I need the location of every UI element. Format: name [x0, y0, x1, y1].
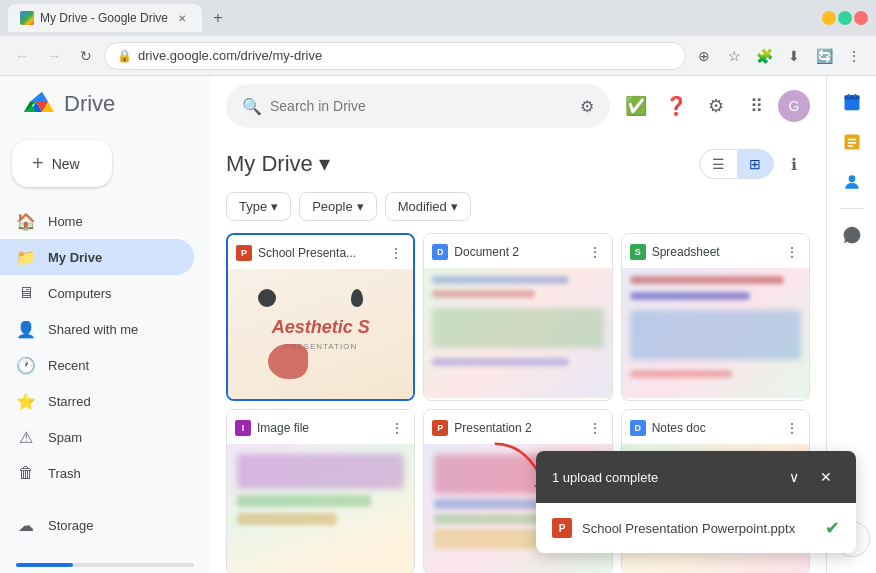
file-menu-1[interactable]: ⋮: [387, 243, 405, 263]
sidebar-label-my-drive: My Drive: [48, 250, 102, 265]
toast-file-icon: P: [552, 518, 572, 538]
info-button[interactable]: ℹ: [778, 148, 810, 180]
grid-view-button[interactable]: ⊞: [737, 150, 773, 178]
new-plus-icon: +: [32, 152, 44, 175]
reload-button[interactable]: ↻: [72, 42, 100, 70]
sidebar-item-my-drive[interactable]: 📁 My Drive: [0, 239, 194, 275]
sidebar-label-computers: Computers: [48, 286, 112, 301]
browser-tab[interactable]: My Drive - Google Drive ✕: [8, 4, 202, 32]
minimize-button[interactable]: [822, 11, 836, 25]
sidebar-label-starred: Starred: [48, 394, 91, 409]
file-thumbnail-3: [622, 268, 809, 398]
topbar-actions: ✅ ❓ ⚙ ⠿ G: [618, 88, 810, 124]
back-button[interactable]: ←: [8, 42, 36, 70]
download-button[interactable]: ⬇: [780, 42, 808, 70]
calendar-panel-button[interactable]: [834, 84, 870, 120]
sidebar-label-shared: Shared with me: [48, 322, 138, 337]
drive-header: My Drive ▾ ☰ ⊞ ℹ: [226, 136, 810, 188]
chat-panel-button[interactable]: [834, 217, 870, 253]
bookmark-button[interactable]: ☆: [720, 42, 748, 70]
sidebar-label-storage: Storage: [48, 518, 94, 533]
drive-title: My Drive ▾: [226, 151, 330, 177]
address-text: drive.google.com/drive/my-drive: [138, 48, 322, 63]
apps-button[interactable]: ⠿: [738, 88, 774, 124]
file-card-2[interactable]: D Document 2 ⋮: [423, 233, 612, 401]
tasks-panel-button[interactable]: [834, 124, 870, 160]
search-tune-icon[interactable]: ⚙: [580, 97, 594, 116]
sidebar-item-trash[interactable]: 🗑 Trash: [0, 455, 194, 491]
file-name-1: School Presenta...: [258, 246, 381, 260]
settings-button[interactable]: ⚙: [698, 88, 734, 124]
sidebar-label-trash: Trash: [48, 466, 81, 481]
file-menu-6[interactable]: ⋮: [783, 418, 801, 438]
ppt-thumbnail: Aesthetic S PRESENTATION: [228, 269, 413, 399]
toast-close-button[interactable]: ✕: [812, 463, 840, 491]
contacts-panel-button[interactable]: [834, 164, 870, 200]
home-icon: 🏠: [16, 212, 36, 231]
address-bar[interactable]: 🔒 drive.google.com/drive/my-drive: [104, 42, 686, 70]
sidebar-item-computers[interactable]: 🖥 Computers: [0, 275, 194, 311]
help-button[interactable]: ❓: [658, 88, 694, 124]
tab-close-button[interactable]: ✕: [174, 10, 190, 26]
sidebar-item-recent[interactable]: 🕐 Recent: [0, 347, 194, 383]
file-menu-4[interactable]: ⋮: [388, 418, 406, 438]
svg-marker-4: [30, 92, 48, 102]
sync-button[interactable]: 🔄: [810, 42, 838, 70]
sidebar-item-storage[interactable]: ☁ Storage: [0, 507, 194, 543]
sidebar-item-home[interactable]: 🏠 Home: [0, 203, 194, 239]
toast-body: P School Presentation Powerpoint.pptx ✔: [536, 503, 856, 553]
people-filter-chip[interactable]: People ▾: [299, 192, 376, 221]
sidebar-item-shared-with-me[interactable]: 👤 Shared with me: [0, 311, 194, 347]
svg-rect-9: [854, 94, 856, 97]
main-topbar: 🔍 ⚙ ✅ ❓ ⚙ ⠿ G: [210, 76, 826, 136]
check-circle-button[interactable]: ✅: [618, 88, 654, 124]
cast-button[interactable]: ⊕: [690, 42, 718, 70]
drive-dropdown-arrow[interactable]: ▾: [319, 151, 330, 177]
blurred-thumbnail-3: [622, 268, 809, 398]
file-menu-5[interactable]: ⋮: [586, 418, 604, 438]
list-view-button[interactable]: ☰: [700, 150, 737, 178]
toast-collapse-button[interactable]: ∨: [780, 463, 808, 491]
extension-button[interactable]: 🧩: [750, 42, 778, 70]
file-card-2-header: D Document 2 ⋮: [424, 234, 611, 268]
file-card-4-header: I Image file ⋮: [227, 410, 414, 444]
tab-title: My Drive - Google Drive: [40, 11, 168, 25]
recent-icon: 🕐: [16, 356, 36, 375]
new-button[interactable]: + New: [12, 140, 112, 187]
close-button[interactable]: [854, 11, 868, 25]
file-card-3[interactable]: S Spreadsheet ⋮: [621, 233, 810, 401]
file-name-5: Presentation 2: [454, 421, 579, 435]
my-drive-icon: 📁: [16, 248, 36, 267]
search-input[interactable]: [270, 98, 572, 114]
maximize-button[interactable]: [838, 11, 852, 25]
sidebar-item-starred[interactable]: ⭐ Starred: [0, 383, 194, 419]
search-bar[interactable]: 🔍 ⚙: [226, 84, 610, 128]
modified-filter-chip[interactable]: Modified ▾: [385, 192, 471, 221]
file-card-1[interactable]: P School Presenta... ⋮ Aesthetic S PRESE…: [226, 233, 415, 401]
sidebar-item-spam[interactable]: ⚠ Spam: [0, 419, 194, 455]
menu-button[interactable]: ⋮: [840, 42, 868, 70]
storage-section: 480.7 MB of 15 GB used Get more storage: [0, 543, 210, 573]
user-avatar[interactable]: G: [778, 90, 810, 122]
file-menu-2[interactable]: ⋮: [586, 242, 604, 262]
storage-bar-background: [16, 563, 194, 567]
tasks-icon: [842, 132, 862, 152]
storage-icon: ☁: [16, 516, 36, 535]
file-menu-3[interactable]: ⋮: [783, 242, 801, 262]
forward-button[interactable]: →: [40, 42, 68, 70]
doc-icon-2: D: [432, 244, 448, 260]
view-toggle: ☰ ⊞: [699, 149, 774, 179]
sheets-icon-3: S: [630, 244, 646, 260]
modified-filter-label: Modified: [398, 199, 447, 214]
calendar-icon: [842, 92, 862, 112]
file-card-4[interactable]: I Image file ⋮: [226, 409, 415, 573]
window-controls: [822, 11, 868, 25]
type-filter-chip[interactable]: Type ▾: [226, 192, 291, 221]
starred-icon: ⭐: [16, 392, 36, 411]
svg-point-14: [848, 175, 855, 182]
toast-title: 1 upload complete: [552, 470, 780, 485]
drive-logo: [16, 84, 56, 124]
new-tab-button[interactable]: +: [206, 6, 230, 30]
new-button-label: New: [52, 156, 80, 172]
ppt-icon-5: P: [432, 420, 448, 436]
